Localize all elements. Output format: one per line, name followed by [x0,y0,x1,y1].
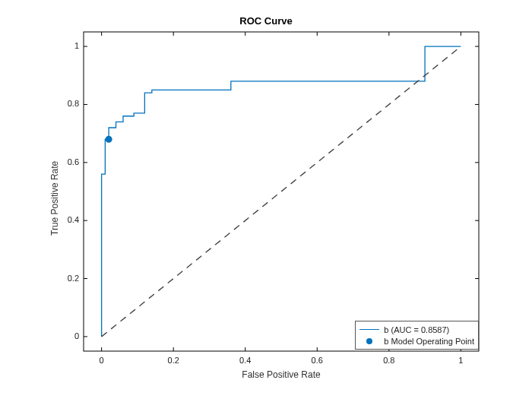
y-tick: 0.2 [49,274,79,283]
y-tick: 1 [49,41,79,50]
legend: b (AUC = 0.8587) b Model Operating Point [355,321,479,350]
y-axis-label: True Positive Rate [49,161,60,236]
legend-entry-curve: b (AUC = 0.8587) [359,324,474,335]
y-tick: 0 [49,331,79,340]
legend-swatch-line [359,329,379,330]
y-tick: 0.8 [49,99,79,108]
legend-label: b (AUC = 0.8587) [384,325,449,334]
x-tick: 0 [87,356,117,365]
legend-swatch-dot [359,338,379,344]
legend-label: b Model Operating Point [384,337,474,346]
operating-point-marker [106,136,112,143]
x-tick: 0.4 [230,356,261,365]
x-tick: 0.8 [374,356,404,365]
x-tick: 0.6 [302,356,332,365]
x-tick: 1 [445,356,476,365]
x-tick: 0.2 [158,356,188,365]
x-axis-label: False Positive Rate [84,369,479,380]
legend-entry-point: b Model Operating Point [359,335,474,347]
